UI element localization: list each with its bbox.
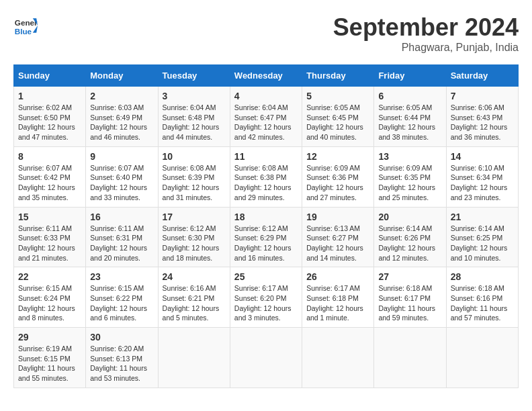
- calendar-cell: [302, 328, 374, 388]
- calendar-cell: 10Sunrise: 6:08 AM Sunset: 6:39 PM Dayli…: [158, 146, 230, 207]
- calendar-cell: 16Sunrise: 6:11 AM Sunset: 6:31 PM Dayli…: [86, 207, 158, 267]
- calendar-cell: 20Sunrise: 6:14 AM Sunset: 6:26 PM Dayli…: [374, 207, 446, 267]
- day-info: Sunrise: 6:16 AM Sunset: 6:21 PM Dayligh…: [163, 283, 226, 323]
- calendar-cell: 29Sunrise: 6:19 AM Sunset: 6:15 PM Dayli…: [14, 328, 86, 388]
- logo-icon: General Blue: [13, 13, 38, 38]
- day-info: Sunrise: 6:11 AM Sunset: 6:33 PM Dayligh…: [18, 224, 81, 263]
- page-header: General Blue September 2024 Phagwara, Pu…: [13, 13, 519, 54]
- day-number: 14: [451, 151, 514, 162]
- day-info: Sunrise: 6:12 AM Sunset: 6:30 PM Dayligh…: [163, 224, 226, 263]
- day-info: Sunrise: 6:06 AM Sunset: 6:43 PM Dayligh…: [451, 103, 514, 142]
- day-header-wednesday: Wednesday: [230, 65, 302, 87]
- day-number: 2: [90, 91, 153, 101]
- day-info: Sunrise: 6:15 AM Sunset: 6:22 PM Dayligh…: [90, 283, 153, 323]
- day-header-tuesday: Tuesday: [158, 65, 230, 87]
- calendar-cell: 2Sunrise: 6:03 AM Sunset: 6:49 PM Daylig…: [86, 87, 158, 147]
- day-header-thursday: Thursday: [302, 65, 374, 87]
- calendar-cell: 22Sunrise: 6:15 AM Sunset: 6:24 PM Dayli…: [14, 267, 86, 328]
- calendar-cell: [230, 328, 302, 388]
- day-info: Sunrise: 6:03 AM Sunset: 6:49 PM Dayligh…: [90, 103, 153, 142]
- calendar-cell: [374, 328, 446, 388]
- day-info: Sunrise: 6:04 AM Sunset: 6:48 PM Dayligh…: [163, 103, 226, 142]
- day-number: 24: [163, 271, 226, 282]
- day-number: 17: [163, 212, 226, 222]
- logo: General Blue: [13, 13, 40, 38]
- day-info: Sunrise: 6:08 AM Sunset: 6:39 PM Dayligh…: [163, 163, 226, 203]
- day-number: 12: [306, 151, 369, 162]
- calendar-cell: 18Sunrise: 6:12 AM Sunset: 6:29 PM Dayli…: [230, 207, 302, 267]
- day-info: Sunrise: 6:09 AM Sunset: 6:35 PM Dayligh…: [378, 163, 441, 203]
- day-number: 30: [90, 332, 153, 342]
- calendar-cell: 21Sunrise: 6:14 AM Sunset: 6:25 PM Dayli…: [446, 207, 518, 267]
- header-row: SundayMondayTuesdayWednesdayThursdayFrid…: [14, 65, 519, 87]
- svg-text:Blue: Blue: [15, 27, 32, 36]
- day-number: 11: [234, 151, 298, 162]
- calendar-cell: 14Sunrise: 6:10 AM Sunset: 6:34 PM Dayli…: [446, 146, 518, 207]
- week-row-2: 8Sunrise: 6:07 AM Sunset: 6:42 PM Daylig…: [14, 146, 519, 207]
- day-header-saturday: Saturday: [446, 65, 518, 87]
- day-info: Sunrise: 6:07 AM Sunset: 6:42 PM Dayligh…: [18, 163, 81, 203]
- day-info: Sunrise: 6:14 AM Sunset: 6:25 PM Dayligh…: [451, 224, 514, 263]
- calendar-cell: 17Sunrise: 6:12 AM Sunset: 6:30 PM Dayli…: [158, 207, 230, 267]
- day-info: Sunrise: 6:10 AM Sunset: 6:34 PM Dayligh…: [451, 163, 514, 203]
- calendar-cell: 1Sunrise: 6:02 AM Sunset: 6:50 PM Daylig…: [14, 87, 86, 147]
- day-number: 1: [18, 91, 81, 101]
- calendar-cell: 7Sunrise: 6:06 AM Sunset: 6:43 PM Daylig…: [446, 87, 518, 147]
- calendar-cell: 5Sunrise: 6:05 AM Sunset: 6:45 PM Daylig…: [302, 87, 374, 147]
- day-number: 29: [18, 332, 81, 342]
- calendar-cell: 27Sunrise: 6:18 AM Sunset: 6:17 PM Dayli…: [374, 267, 446, 328]
- day-number: 26: [306, 271, 369, 282]
- day-number: 20: [378, 212, 441, 222]
- day-info: Sunrise: 6:12 AM Sunset: 6:29 PM Dayligh…: [234, 224, 298, 263]
- day-number: 10: [163, 151, 226, 162]
- day-header-friday: Friday: [374, 65, 446, 87]
- day-info: Sunrise: 6:05 AM Sunset: 6:44 PM Dayligh…: [378, 103, 441, 142]
- calendar-cell: 12Sunrise: 6:09 AM Sunset: 6:36 PM Dayli…: [302, 146, 374, 207]
- day-info: Sunrise: 6:05 AM Sunset: 6:45 PM Dayligh…: [306, 103, 369, 142]
- calendar-table: SundayMondayTuesdayWednesdayThursdayFrid…: [13, 64, 519, 388]
- calendar-cell: 11Sunrise: 6:08 AM Sunset: 6:38 PM Dayli…: [230, 146, 302, 207]
- day-number: 13: [378, 151, 441, 162]
- calendar-cell: [446, 328, 518, 388]
- day-number: 21: [451, 212, 514, 222]
- day-info: Sunrise: 6:18 AM Sunset: 6:17 PM Dayligh…: [378, 283, 441, 323]
- calendar-cell: 3Sunrise: 6:04 AM Sunset: 6:48 PM Daylig…: [158, 87, 230, 147]
- calendar-cell: 9Sunrise: 6:07 AM Sunset: 6:40 PM Daylig…: [86, 146, 158, 207]
- day-info: Sunrise: 6:09 AM Sunset: 6:36 PM Dayligh…: [306, 163, 369, 203]
- day-number: 28: [451, 271, 514, 282]
- calendar-cell: 15Sunrise: 6:11 AM Sunset: 6:33 PM Dayli…: [14, 207, 86, 267]
- day-number: 22: [18, 271, 81, 282]
- day-number: 3: [163, 91, 226, 101]
- day-number: 6: [378, 91, 441, 101]
- day-number: 9: [90, 151, 153, 162]
- day-number: 25: [234, 271, 298, 282]
- day-info: Sunrise: 6:17 AM Sunset: 6:18 PM Dayligh…: [306, 283, 369, 323]
- day-info: Sunrise: 6:02 AM Sunset: 6:50 PM Dayligh…: [18, 103, 81, 142]
- day-number: 4: [234, 91, 298, 101]
- title-block: September 2024 Phagwara, Punjab, India: [333, 13, 519, 54]
- day-info: Sunrise: 6:20 AM Sunset: 6:13 PM Dayligh…: [90, 344, 153, 383]
- day-header-sunday: Sunday: [14, 65, 86, 87]
- calendar-cell: 23Sunrise: 6:15 AM Sunset: 6:22 PM Dayli…: [86, 267, 158, 328]
- day-number: 5: [306, 91, 369, 101]
- calendar-cell: 19Sunrise: 6:13 AM Sunset: 6:27 PM Dayli…: [302, 207, 374, 267]
- week-row-5: 29Sunrise: 6:19 AM Sunset: 6:15 PM Dayli…: [14, 328, 519, 388]
- day-number: 18: [234, 212, 298, 222]
- day-info: Sunrise: 6:18 AM Sunset: 6:16 PM Dayligh…: [451, 283, 514, 323]
- calendar-cell: 13Sunrise: 6:09 AM Sunset: 6:35 PM Dayli…: [374, 146, 446, 207]
- calendar-cell: 28Sunrise: 6:18 AM Sunset: 6:16 PM Dayli…: [446, 267, 518, 328]
- day-number: 15: [18, 212, 81, 222]
- day-info: Sunrise: 6:17 AM Sunset: 6:20 PM Dayligh…: [234, 283, 298, 323]
- week-row-3: 15Sunrise: 6:11 AM Sunset: 6:33 PM Dayli…: [14, 207, 519, 267]
- day-number: 7: [451, 91, 514, 101]
- day-info: Sunrise: 6:19 AM Sunset: 6:15 PM Dayligh…: [18, 344, 81, 383]
- day-info: Sunrise: 6:04 AM Sunset: 6:47 PM Dayligh…: [234, 103, 298, 142]
- calendar-cell: 24Sunrise: 6:16 AM Sunset: 6:21 PM Dayli…: [158, 267, 230, 328]
- calendar-cell: 30Sunrise: 6:20 AM Sunset: 6:13 PM Dayli…: [86, 328, 158, 388]
- day-info: Sunrise: 6:11 AM Sunset: 6:31 PM Dayligh…: [90, 224, 153, 263]
- day-number: 27: [378, 271, 441, 282]
- day-info: Sunrise: 6:15 AM Sunset: 6:24 PM Dayligh…: [18, 283, 81, 323]
- day-number: 16: [90, 212, 153, 222]
- calendar-cell: 8Sunrise: 6:07 AM Sunset: 6:42 PM Daylig…: [14, 146, 86, 207]
- day-number: 8: [18, 151, 81, 162]
